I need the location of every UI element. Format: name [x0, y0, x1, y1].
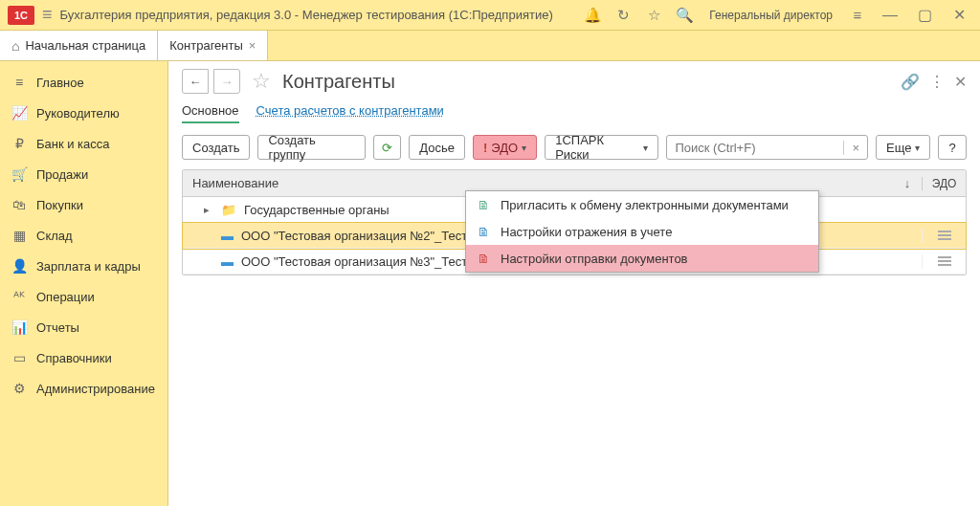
tab-row: ⌂ Начальная страница Контрагенты ×: [0, 31, 980, 61]
col-name-header[interactable]: Наименование: [183, 176, 893, 190]
sidebar-item-reports[interactable]: 📊Отчеты: [0, 312, 167, 342]
menu-icon[interactable]: ≡: [42, 5, 53, 25]
caret-down-icon: ▾: [522, 143, 526, 153]
back-button[interactable]: ←: [182, 69, 209, 94]
item-marker-icon: ▬: [221, 229, 234, 243]
help-button[interactable]: ?: [938, 135, 967, 160]
document-stack-icon: [938, 256, 951, 266]
sidebar-item-sales[interactable]: 🛒Продажи: [0, 159, 167, 189]
settings-bars-icon[interactable]: ≡: [846, 4, 869, 27]
sidebar-item-manager[interactable]: 📈Руководителю: [0, 98, 167, 128]
spark-label: 1СПАРК Риски: [555, 133, 639, 162]
tab-contragents[interactable]: Контрагенты ×: [158, 31, 268, 60]
dossier-button[interactable]: Досье: [409, 135, 465, 160]
col-edo-header[interactable]: ЭДО: [922, 177, 966, 190]
sidebar-item-label: Зарплата и кадры: [36, 259, 141, 274]
favorite-star-icon[interactable]: ☆: [252, 69, 271, 94]
sidebar-item-label: Отчеты: [36, 320, 79, 335]
subnav-accounts[interactable]: Счета расчетов с контрагентами: [256, 103, 444, 123]
spark-dropdown-button[interactable]: 1СПАРК Риски ▾: [545, 135, 658, 160]
caret-down-icon: ▾: [643, 143, 648, 153]
dd-item-label: Настройки отражения в учете: [501, 225, 672, 239]
row-label: ООО "Тестовая организация №3"_Тест_: [241, 254, 474, 269]
refresh-button[interactable]: ⟳: [373, 135, 402, 160]
forward-button[interactable]: →: [213, 69, 240, 94]
sidebar-item-main[interactable]: ≡Главное: [0, 67, 167, 98]
folder-icon: 📁: [221, 203, 236, 217]
refresh-green-icon: ⟳: [382, 141, 392, 155]
sidebar-item-label: Операции: [36, 290, 95, 304]
search-input[interactable]: [667, 141, 843, 155]
sidebar-item-admin[interactable]: ⚙Администрирование: [0, 373, 167, 404]
sort-indicator-icon[interactable]: ↓: [893, 176, 922, 190]
row-edo-cell: [922, 229, 966, 243]
star-icon[interactable]: ☆: [642, 4, 665, 27]
sidebar-item-label: Главное: [36, 76, 84, 90]
sidebar-item-hr[interactable]: 👤Зарплата и кадры: [0, 251, 167, 281]
close-content-button[interactable]: ✕: [954, 73, 967, 91]
home-icon: ⌂: [11, 38, 19, 54]
content-area: ← → ☆ Контрагенты 🔗 ⋮ ✕ Основное Счета р…: [168, 61, 980, 506]
row-edo-cell: [922, 254, 966, 269]
more-button[interactable]: Еще ▾: [876, 135, 930, 160]
sidebar-item-label: Банк и касса: [36, 137, 110, 151]
send-doc-icon: 🗎: [476, 252, 491, 266]
edo-dropdown-menu: 🗎 Пригласить к обмену электронными докум…: [465, 190, 819, 273]
invite-doc-icon: 🗎: [476, 198, 491, 212]
sidebar-item-operations[interactable]: ᴬᴷОперации: [0, 281, 167, 312]
search-field-wrap[interactable]: ×: [666, 135, 868, 160]
chart-up-icon: 📈: [11, 105, 27, 121]
close-window-button[interactable]: ✕: [946, 6, 972, 24]
app-title: Бухгалтерия предприятия, редакция 3.0 - …: [60, 8, 553, 22]
document-stack-icon: [938, 231, 951, 240]
link-icon[interactable]: 🔗: [901, 73, 920, 91]
sidebar-item-label: Администрирование: [36, 382, 155, 396]
current-user[interactable]: Генеральный директор: [709, 9, 833, 22]
sidebar-item-bank[interactable]: ₽Банк и касса: [0, 128, 167, 159]
person-icon: 👤: [11, 258, 27, 274]
dd-item-label: Пригласить к обмену электронными докумен…: [501, 198, 789, 212]
maximize-button[interactable]: ▢: [911, 6, 938, 24]
create-button[interactable]: Создать: [182, 135, 250, 160]
item-marker-icon: ▬: [221, 254, 234, 269]
sidebar-item-warehouse[interactable]: ▦Склад: [0, 220, 167, 251]
warning-icon: !: [483, 141, 487, 155]
gear-icon: ⚙: [11, 381, 27, 396]
edo-label: ЭДО: [491, 141, 518, 155]
expand-caret-icon[interactable]: ▸: [204, 204, 213, 216]
row-label: Государственные органы: [244, 203, 390, 217]
sidebar-item-label: Руководителю: [36, 106, 120, 121]
dd-item-label: Настройки отправки документов: [501, 252, 688, 266]
tab-label: Контрагенты: [169, 38, 243, 53]
sidebar: ≡Главное 📈Руководителю ₽Банк и касса 🛒Пр…: [0, 61, 168, 506]
subnav-main[interactable]: Основное: [182, 103, 239, 123]
tab-home[interactable]: ⌂ Начальная страница: [0, 31, 158, 60]
edo-dropdown-button[interactable]: ! ЭДО ▾: [473, 135, 537, 160]
bar-chart-icon: 📊: [11, 319, 27, 335]
more-label: Еще: [886, 141, 911, 155]
bag-icon: 🛍: [11, 197, 27, 212]
minimize-button[interactable]: —: [877, 7, 903, 24]
clear-search-button[interactable]: ×: [843, 141, 867, 155]
settings-doc-icon: 🗎: [476, 225, 491, 239]
dd-item-invite[interactable]: 🗎 Пригласить к обмену электронными докум…: [466, 191, 818, 218]
sidebar-item-purchases[interactable]: 🛍Покупки: [0, 189, 167, 220]
sub-navigation: Основное Счета расчетов с контрагентами: [182, 103, 967, 123]
history-icon[interactable]: ↻: [612, 4, 635, 27]
cart-icon: 🛒: [11, 166, 27, 182]
search-icon[interactable]: 🔍: [673, 4, 696, 27]
menu-lines-icon: ≡: [11, 75, 27, 90]
dd-item-send-settings[interactable]: 🗎 Настройки отправки документов: [466, 245, 818, 272]
caret-down-icon: ▾: [915, 143, 920, 153]
logo-1c: 1C: [8, 6, 34, 25]
create-group-button[interactable]: Создать группу: [257, 135, 365, 160]
bell-icon[interactable]: 🔔: [581, 4, 604, 27]
sidebar-item-label: Покупки: [36, 198, 83, 212]
page-header: ← → ☆ Контрагенты 🔗 ⋮ ✕: [182, 69, 967, 94]
titlebar: 1C ≡ Бухгалтерия предприятия, редакция 3…: [0, 0, 980, 31]
more-vert-icon[interactable]: ⋮: [929, 73, 945, 91]
close-tab-icon[interactable]: ×: [249, 38, 256, 53]
sidebar-item-label: Справочники: [36, 351, 112, 365]
dd-item-reflect-settings[interactable]: 🗎 Настройки отражения в учете: [466, 218, 818, 245]
sidebar-item-catalogs[interactable]: ▭Справочники: [0, 342, 167, 373]
